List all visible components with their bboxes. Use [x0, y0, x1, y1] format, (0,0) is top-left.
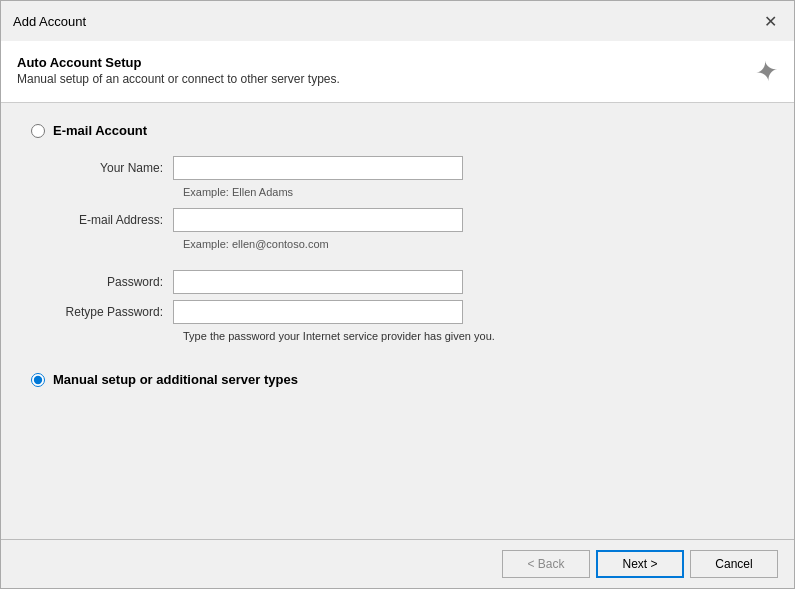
form-section: Your Name: Example: Ellen Adams E-mail A…: [53, 156, 764, 342]
password-label: Password:: [53, 275, 173, 289]
cursor-icon: ✦: [752, 53, 780, 89]
header-subtitle: Manual setup of an account or connect to…: [17, 72, 340, 86]
back-button[interactable]: < Back: [502, 550, 590, 578]
manual-setup-radio[interactable]: [31, 373, 45, 387]
retype-password-row: Retype Password:: [53, 300, 764, 324]
header-section: Auto Account Setup Manual setup of an ac…: [1, 41, 794, 103]
email-address-input[interactable]: [173, 208, 463, 232]
your-name-input[interactable]: [173, 156, 463, 180]
manual-setup-option[interactable]: Manual setup or additional server types: [31, 372, 764, 387]
email-account-label: E-mail Account: [53, 123, 147, 138]
header-title: Auto Account Setup: [17, 55, 340, 70]
password-input[interactable]: [173, 270, 463, 294]
manual-setup-label: Manual setup or additional server types: [53, 372, 298, 387]
content-area: E-mail Account Your Name: Example: Ellen…: [1, 103, 794, 539]
footer: < Back Next > Cancel: [1, 539, 794, 588]
password-note: Type the password your Internet service …: [183, 330, 764, 342]
title-bar: Add Account ✕: [1, 1, 794, 41]
email-address-label: E-mail Address:: [53, 213, 173, 227]
email-address-row: E-mail Address:: [53, 208, 764, 232]
dialog-title: Add Account: [13, 14, 86, 29]
retype-password-label: Retype Password:: [53, 305, 173, 319]
add-account-dialog: Add Account ✕ Auto Account Setup Manual …: [0, 0, 795, 589]
cancel-button[interactable]: Cancel: [690, 550, 778, 578]
your-name-row: Your Name:: [53, 156, 764, 180]
password-row: Password:: [53, 270, 764, 294]
close-button[interactable]: ✕: [758, 9, 782, 33]
retype-password-input[interactable]: [173, 300, 463, 324]
next-button[interactable]: Next >: [596, 550, 684, 578]
header-text: Auto Account Setup Manual setup of an ac…: [17, 55, 340, 86]
email-account-radio[interactable]: [31, 124, 45, 138]
email-account-option[interactable]: E-mail Account: [31, 123, 764, 138]
email-hint: Example: ellen@contoso.com: [183, 238, 764, 250]
your-name-hint: Example: Ellen Adams: [183, 186, 764, 198]
your-name-label: Your Name:: [53, 161, 173, 175]
manual-setup-section: Manual setup or additional server types: [31, 372, 764, 387]
